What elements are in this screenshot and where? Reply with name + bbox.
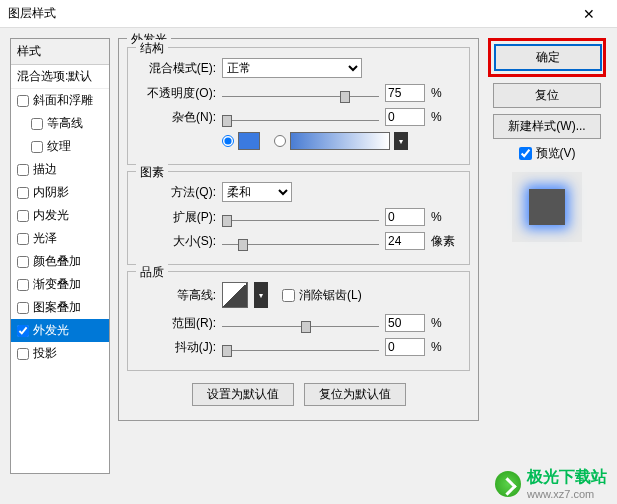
set-default-button[interactable]: 设置为默认值: [192, 383, 294, 406]
style-item-斜面和浮雕[interactable]: 斜面和浮雕: [11, 89, 109, 112]
jitter-unit: %: [431, 340, 461, 354]
quality-title: 品质: [136, 264, 168, 281]
structure-group: 结构 混合模式(E): 正常 不透明度(O): % 杂色(N): %: [127, 47, 470, 165]
noise-input[interactable]: [385, 108, 425, 126]
preview-checkbox[interactable]: [519, 147, 532, 160]
gradient-swatch[interactable]: [290, 132, 390, 150]
watermark: 极光下载站 www.xz7.com: [495, 467, 607, 500]
style-checkbox[interactable]: [31, 141, 43, 153]
style-checkbox[interactable]: [31, 118, 43, 130]
reset-button[interactable]: 复位: [493, 83, 601, 108]
gradient-dropdown-icon[interactable]: ▾: [394, 132, 408, 150]
style-checkbox[interactable]: [17, 302, 29, 314]
new-style-button[interactable]: 新建样式(W)...: [493, 114, 601, 139]
elements-title: 图素: [136, 164, 168, 181]
brand-url: www.xz7.com: [527, 488, 607, 500]
jitter-label: 抖动(J):: [136, 339, 216, 356]
style-label: 投影: [33, 345, 57, 362]
opacity-unit: %: [431, 86, 461, 100]
opacity-input[interactable]: [385, 84, 425, 102]
contour-swatch[interactable]: [222, 282, 248, 308]
reset-default-button[interactable]: 复位为默认值: [304, 383, 406, 406]
styles-list: 样式 混合选项:默认 斜面和浮雕等高线纹理描边内阴影内发光光泽颜色叠加渐变叠加图…: [10, 38, 110, 474]
contour-label: 等高线:: [136, 287, 216, 304]
style-checkbox[interactable]: [17, 233, 29, 245]
gradient-radio[interactable]: [274, 135, 286, 147]
style-label: 等高线: [47, 115, 83, 132]
spread-unit: %: [431, 210, 461, 224]
technique-select[interactable]: 柔和: [222, 182, 292, 202]
spread-label: 扩展(P):: [136, 209, 216, 226]
window-title: 图层样式: [8, 5, 569, 22]
size-unit: 像素: [431, 233, 461, 250]
style-checkbox[interactable]: [17, 164, 29, 176]
style-label: 颜色叠加: [33, 253, 81, 270]
style-checkbox[interactable]: [17, 210, 29, 222]
brand-logo-icon: [495, 471, 521, 497]
style-item-投影[interactable]: 投影: [11, 342, 109, 365]
style-item-内阴影[interactable]: 内阴影: [11, 181, 109, 204]
outer-glow-panel: 外发光 结构 混合模式(E): 正常 不透明度(O): % 杂色(N):: [118, 38, 479, 421]
style-checkbox[interactable]: [17, 325, 29, 337]
range-label: 范围(R):: [136, 315, 216, 332]
antialias-checkbox[interactable]: [282, 289, 295, 302]
style-checkbox[interactable]: [17, 256, 29, 268]
style-label: 纹理: [47, 138, 71, 155]
range-input[interactable]: [385, 314, 425, 332]
blend-options[interactable]: 混合选项:默认: [11, 65, 109, 89]
structure-title: 结构: [136, 40, 168, 57]
range-unit: %: [431, 316, 461, 330]
blend-mode-label: 混合模式(E):: [136, 60, 216, 77]
style-label: 外发光: [33, 322, 69, 339]
antialias-label: 消除锯齿(L): [299, 287, 362, 304]
style-label: 斜面和浮雕: [33, 92, 93, 109]
opacity-label: 不透明度(O):: [136, 85, 216, 102]
brand-name: 极光下载站: [527, 467, 607, 488]
style-label: 内阴影: [33, 184, 69, 201]
noise-unit: %: [431, 110, 461, 124]
style-item-图案叠加[interactable]: 图案叠加: [11, 296, 109, 319]
styles-header: 样式: [11, 39, 109, 65]
ok-button[interactable]: 确定: [494, 44, 602, 71]
preview-box: [512, 172, 582, 242]
style-item-等高线[interactable]: 等高线: [11, 112, 109, 135]
spread-slider[interactable]: [222, 209, 379, 225]
size-label: 大小(S):: [136, 233, 216, 250]
style-item-内发光[interactable]: 内发光: [11, 204, 109, 227]
opacity-slider[interactable]: [222, 85, 379, 101]
size-input[interactable]: [385, 232, 425, 250]
color-radio[interactable]: [222, 135, 234, 147]
style-checkbox[interactable]: [17, 187, 29, 199]
quality-group: 品质 等高线: ▾ 消除锯齿(L) 范围(R): %: [127, 271, 470, 371]
color-swatch[interactable]: [238, 132, 260, 150]
style-label: 图案叠加: [33, 299, 81, 316]
style-checkbox[interactable]: [17, 348, 29, 360]
technique-label: 方法(Q):: [136, 184, 216, 201]
jitter-input[interactable]: [385, 338, 425, 356]
size-slider[interactable]: [222, 233, 379, 249]
style-item-纹理[interactable]: 纹理: [11, 135, 109, 158]
close-icon[interactable]: ✕: [569, 6, 609, 22]
noise-label: 杂色(N):: [136, 109, 216, 126]
preview-swatch: [529, 189, 565, 225]
range-slider[interactable]: [222, 315, 379, 331]
elements-group: 图素 方法(Q): 柔和 扩展(P): % 大小(S): 像素: [127, 171, 470, 265]
style-label: 描边: [33, 161, 57, 178]
blend-mode-select[interactable]: 正常: [222, 58, 362, 78]
style-item-描边[interactable]: 描边: [11, 158, 109, 181]
style-item-外发光[interactable]: 外发光: [11, 319, 109, 342]
style-item-颜色叠加[interactable]: 颜色叠加: [11, 250, 109, 273]
style-checkbox[interactable]: [17, 95, 29, 107]
noise-slider[interactable]: [222, 109, 379, 125]
style-item-光泽[interactable]: 光泽: [11, 227, 109, 250]
style-label: 内发光: [33, 207, 69, 224]
style-label: 渐变叠加: [33, 276, 81, 293]
style-label: 光泽: [33, 230, 57, 247]
jitter-slider[interactable]: [222, 339, 379, 355]
spread-input[interactable]: [385, 208, 425, 226]
ok-highlight: 确定: [488, 38, 606, 77]
preview-label: 预览(V): [536, 145, 576, 162]
contour-dropdown-icon[interactable]: ▾: [254, 282, 268, 308]
style-item-渐变叠加[interactable]: 渐变叠加: [11, 273, 109, 296]
style-checkbox[interactable]: [17, 279, 29, 291]
